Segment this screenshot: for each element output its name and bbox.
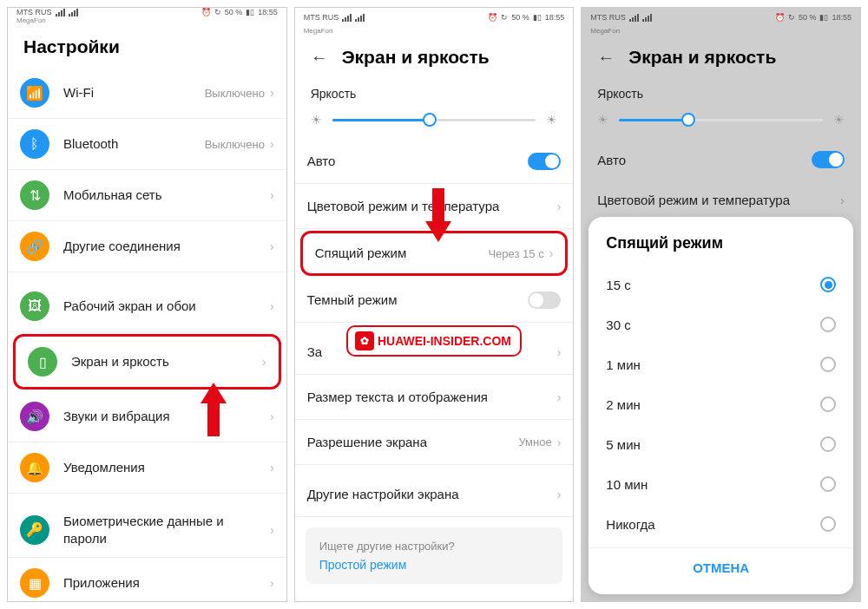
settings-row[interactable]: ᛒBluetoothВыключено› xyxy=(8,119,286,170)
sync-icon: ↻ xyxy=(788,13,795,22)
carrier-text: MTS RUS xyxy=(16,8,52,16)
option-label: 1 мин xyxy=(606,357,641,372)
key-icon: 🔑 xyxy=(20,515,49,545)
toggle-switch[interactable] xyxy=(528,153,561,170)
sleep-option[interactable]: 10 мин xyxy=(589,464,853,504)
brightness-slider[interactable]: ☀ ☀ xyxy=(295,106,574,139)
battery-text: 50 % xyxy=(225,8,243,16)
settings-row[interactable]: 🔊Звуки и вибрация› xyxy=(8,391,286,442)
sleep-option[interactable]: Никогда xyxy=(589,504,853,544)
back-button[interactable]: ← xyxy=(311,48,328,68)
battery-icon: ▮▯ xyxy=(533,13,542,22)
sleep-option[interactable]: 15 с xyxy=(589,265,853,304)
back-button[interactable]: ← xyxy=(597,48,615,68)
cancel-button[interactable]: ОТМЕНА xyxy=(589,547,853,587)
battery-text: 50 % xyxy=(799,13,817,22)
radio-button[interactable] xyxy=(820,516,836,532)
battery-icon: ▮▯ xyxy=(246,8,254,16)
alarm-icon: ⏰ xyxy=(775,13,785,22)
page-header: ← Экран и яркость xyxy=(582,35,860,78)
display-row[interactable]: Другие настройки экрана› xyxy=(295,472,574,517)
phone-settings: MTS RUS ⏰ ↻ 50 % ▮▯ 18:55 MegaFon Настро… xyxy=(7,7,287,602)
brightness-label: Яркость xyxy=(582,78,860,106)
radio-button[interactable] xyxy=(820,357,836,372)
page-title: Настройки xyxy=(23,36,120,57)
sun-dim-icon: ☀ xyxy=(597,113,608,127)
sleep-option[interactable]: 1 мин xyxy=(589,344,853,384)
watermark-text: HUAWEI-INSIDER.COM xyxy=(378,334,511,348)
signal-icon xyxy=(342,14,352,22)
display-row[interactable]: Размер текста и отображения› xyxy=(295,375,574,420)
auto-brightness-row[interactable]: Авто xyxy=(582,139,860,180)
page-header: ← Экран и яркость xyxy=(295,35,574,78)
clock-text: 18:55 xyxy=(545,13,565,22)
battery-icon: ▮▯ xyxy=(819,13,828,22)
slider-track[interactable] xyxy=(332,119,536,121)
signal-icon-2 xyxy=(69,9,78,16)
row-label: Wi-Fi xyxy=(63,84,205,102)
settings-row[interactable]: ▯Экран и яркость› xyxy=(13,334,281,390)
brightness-slider[interactable]: ☀ ☀ xyxy=(582,106,860,139)
phone-sleep-modal: MTS RUS ⏰ ↻ 50 % ▮▯ 18:55 MegaFon ← Экра… xyxy=(581,7,861,602)
settings-row[interactable]: 🔗Другие соединения› xyxy=(8,221,286,272)
suggestion-link[interactable]: Простой режим xyxy=(319,558,549,572)
row-label: Разрешение экрана xyxy=(307,434,519,451)
toggle-switch[interactable] xyxy=(528,291,561,309)
settings-row[interactable]: 🔑Биометрические данные и пароли› xyxy=(8,502,286,558)
chevron-right-icon: › xyxy=(270,86,274,100)
alarm-icon: ⏰ xyxy=(488,13,497,22)
settings-row[interactable]: 🔔Уведомления› xyxy=(8,442,286,494)
carrier-text: MTS RUS xyxy=(304,13,339,22)
chevron-right-icon: › xyxy=(270,137,274,151)
radio-button[interactable] xyxy=(820,277,836,292)
row-value: Умное xyxy=(518,435,551,449)
slider-track[interactable] xyxy=(619,119,823,121)
suggestion-question: Ищете другие настройки? xyxy=(319,540,549,553)
sleep-option[interactable]: 30 с xyxy=(589,304,853,344)
alarm-icon: ⏰ xyxy=(201,8,211,16)
radio-button[interactable] xyxy=(820,317,836,332)
clock-text: 18:55 xyxy=(258,8,278,16)
sleep-option[interactable]: 5 мин xyxy=(589,424,853,464)
chevron-right-icon: › xyxy=(557,390,562,404)
settings-row[interactable]: ▦Приложения› xyxy=(8,558,286,602)
row-label: Биометрические данные и пароли xyxy=(63,513,270,547)
option-label: 5 мин xyxy=(606,437,641,452)
sync-icon: ↻ xyxy=(501,13,508,22)
row-label: Другие настройки экрана xyxy=(307,486,557,503)
row-label: Мобильная сеть xyxy=(63,187,270,204)
row-value: Через 15 с xyxy=(488,247,543,260)
chevron-right-icon: › xyxy=(557,200,562,213)
sun-bright-icon: ☀ xyxy=(833,113,845,127)
row-label: Bluetooth xyxy=(63,135,205,153)
radio-button[interactable] xyxy=(820,436,836,452)
row-label: Цветовой режим и температура xyxy=(597,193,840,207)
settings-row[interactable]: 📶Wi-FiВыключено› xyxy=(8,68,286,119)
sub-carrier: MegaFon xyxy=(582,27,860,35)
radio-button[interactable] xyxy=(820,476,836,492)
display-row[interactable]: Темный режим xyxy=(295,278,574,323)
color-mode-row[interactable]: Цветовой режим и температура › xyxy=(582,180,860,219)
toggle-switch[interactable] xyxy=(812,151,845,168)
chevron-right-icon: › xyxy=(270,461,274,475)
auto-brightness-row[interactable]: Авто xyxy=(295,139,574,184)
status-bar: MTS RUS ⏰ ↻ 50 % ▮▯ 18:55 xyxy=(8,8,286,16)
row-label: Темный режим xyxy=(307,291,529,309)
settings-row[interactable]: ⇅Мобильная сеть› xyxy=(8,170,286,221)
chevron-right-icon: › xyxy=(549,246,554,260)
battery-text: 50 % xyxy=(511,13,529,22)
wifi-icon: 📶 xyxy=(20,78,49,108)
settings-list: 📶Wi-FiВыключено›ᛒBluetoothВыключено›⇅Моб… xyxy=(8,68,286,602)
row-label: Экран и яркость xyxy=(71,353,262,370)
settings-row[interactable]: 🖼Рабочий экран и обои› xyxy=(8,281,286,332)
page-header: Настройки xyxy=(8,24,286,68)
sleep-timeout-modal: Спящий режим 15 с30 с1 мин2 мин5 мин10 м… xyxy=(589,217,853,594)
sleep-option[interactable]: 2 мин xyxy=(589,384,853,424)
brightness-label: Яркость xyxy=(295,78,574,106)
display-row[interactable]: Разрешение экранаУмное› xyxy=(295,420,574,465)
signal-icon xyxy=(629,14,639,22)
chevron-right-icon: › xyxy=(270,239,274,253)
phone-display: MTS RUS ⏰ ↻ 50 % ▮▯ 18:55 MegaFon ← Экра… xyxy=(294,7,575,602)
clock-text: 18:55 xyxy=(832,13,852,22)
radio-button[interactable] xyxy=(820,396,836,412)
